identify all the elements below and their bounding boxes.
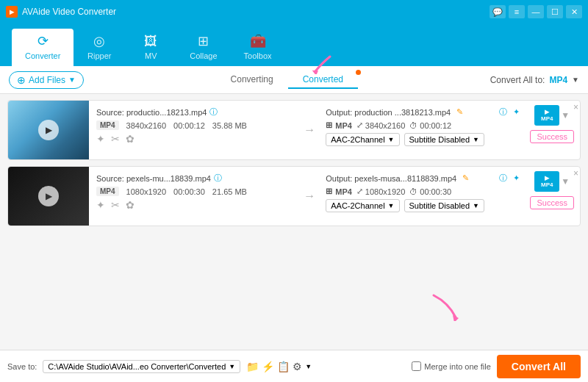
subtitle-dropdown-2[interactable]: Subtitle Disabled ▼ bbox=[404, 199, 484, 212]
play-button-1[interactable]: ▶ bbox=[38, 120, 59, 140]
nav-tab-collage[interactable]: ⊞ Collage bbox=[176, 29, 230, 66]
out-clock-icon-2: ⏱ bbox=[409, 187, 417, 196]
format-badge-1: MP4 bbox=[96, 120, 119, 130]
out-frame-icon-1: ⊞ bbox=[326, 120, 332, 130]
settings-dropdown[interactable]: ▼ bbox=[305, 363, 312, 370]
info-icon-1[interactable]: ⓘ bbox=[209, 107, 218, 118]
output-add-icon-2[interactable]: ✦ bbox=[513, 173, 520, 183]
cut-icon-1[interactable]: ✂ bbox=[111, 133, 120, 145]
output-info-icon-1[interactable]: ⓘ bbox=[499, 107, 507, 118]
nav-tab-ripper[interactable]: ◎ Ripper bbox=[74, 29, 125, 66]
output-add-icon-1[interactable]: ✦ bbox=[513, 107, 520, 117]
output-label-2: Output: pexels-musa...8118839.mp4 bbox=[326, 174, 456, 183]
copy-icon[interactable]: 📋 bbox=[277, 361, 290, 372]
format-badge-2: MP4 bbox=[96, 187, 119, 196]
toolbox-label: Toolbox bbox=[244, 51, 272, 60]
tab-converting[interactable]: Converting bbox=[216, 71, 288, 89]
close-btn-1[interactable]: × bbox=[573, 102, 578, 112]
settings-icon[interactable]: ⚙ bbox=[293, 361, 302, 372]
nav-tab-converter[interactable]: ⟳ Converter bbox=[12, 29, 74, 66]
output-info-icon-2[interactable]: ⓘ bbox=[499, 173, 507, 184]
play-button-2[interactable]: ▶ bbox=[38, 186, 59, 206]
out-resolution-2: 1080x1920 bbox=[365, 187, 405, 196]
mv-label: MV bbox=[145, 51, 157, 60]
merge-label: Merge into one file bbox=[412, 361, 491, 371]
play-icon-2: ▶ bbox=[46, 191, 52, 201]
save-path-select[interactable]: C:\AVAide Studio\AVAid...eo Converter\Co… bbox=[43, 360, 240, 373]
merge-checkbox[interactable] bbox=[412, 361, 421, 371]
resolution-2: 1080x1920 bbox=[126, 187, 166, 196]
file-card-2: ▶ Source: pexels-mu...18839.mp4 ⓘ MP4 10… bbox=[7, 166, 581, 226]
toolbar-tabs: Converting Converted bbox=[90, 71, 484, 89]
window-maximize-btn[interactable]: ☐ bbox=[547, 5, 563, 18]
size-1: 35.88 MB bbox=[212, 121, 247, 130]
bottom-icons: 📁 ⚡ 📋 ⚙ ▼ bbox=[246, 361, 312, 372]
out-res-icon-2: ⤢ bbox=[356, 187, 363, 196]
convert-all-to-label: Convert All to: bbox=[490, 75, 545, 85]
add-files-dropdown-icon[interactable]: ▼ bbox=[68, 76, 76, 84]
save-to-label: Save to: bbox=[7, 362, 37, 371]
card-right-2: × ▶ MP4 ▼ Success bbox=[524, 167, 580, 226]
add-files-label: Add Files bbox=[29, 75, 65, 85]
convert-all-to-format: MP4 bbox=[549, 75, 567, 85]
file-thumb-2: ▶ bbox=[8, 167, 89, 226]
close-btn-2[interactable]: × bbox=[573, 168, 578, 179]
sparkle-icon-2[interactable]: ✦ bbox=[96, 199, 105, 211]
file-info-1: Source: productio...18213.mp4 ⓘ MP4 3840… bbox=[89, 101, 298, 159]
convert-all-dropdown-icon[interactable]: ▼ bbox=[572, 76, 579, 84]
file-card-1: ▶ Source: productio...18213.mp4 ⓘ MP4 38… bbox=[7, 100, 581, 160]
sparkle-icon-1[interactable]: ✦ bbox=[96, 133, 105, 145]
edit-icon-2[interactable]: ✎ bbox=[462, 173, 469, 183]
info-icon-2[interactable]: ⓘ bbox=[214, 173, 222, 184]
out-clock-icon-1: ⏱ bbox=[409, 121, 417, 130]
folder-icon[interactable]: 📁 bbox=[246, 361, 259, 372]
collage-icon: ⊞ bbox=[198, 33, 209, 49]
audio-dropdown-2[interactable]: AAC-2Channel ▼ bbox=[326, 199, 399, 212]
nav-tab-mv[interactable]: 🖼 MV bbox=[125, 29, 176, 66]
app-icon: ▶ bbox=[6, 6, 18, 18]
output-info-1: Output: production ...3818213.mp4 ✎ ⓘ ✦ … bbox=[321, 101, 524, 159]
mv-icon: 🖼 bbox=[144, 34, 157, 49]
window-close-btn[interactable]: ✕ bbox=[566, 5, 582, 18]
cut-icon-2[interactable]: ✂ bbox=[111, 199, 120, 211]
toolbox-icon: 🧰 bbox=[250, 33, 266, 49]
nav-tab-toolbox[interactable]: 🧰 Toolbox bbox=[231, 29, 285, 66]
window-minimize-btn[interactable]: — bbox=[528, 5, 544, 18]
plus-icon: ⊕ bbox=[17, 74, 26, 86]
flash-icon[interactable]: ⚡ bbox=[262, 361, 274, 372]
more-btn-1[interactable]: ▼ bbox=[561, 110, 570, 120]
audio-dropdown-1[interactable]: AAC-2Channel ▼ bbox=[326, 133, 399, 146]
converter-icon: ⟳ bbox=[37, 33, 49, 49]
ripper-icon: ◎ bbox=[93, 33, 105, 49]
out-format-1: MP4 bbox=[335, 121, 352, 130]
nav-bar: ⟳ Converter ◎ Ripper 🖼 MV ⊞ Collage 🧰 To… bbox=[0, 24, 588, 66]
window-controls: 💬 ≡ — ☐ ✕ bbox=[490, 5, 582, 18]
effect-icon-1[interactable]: ✿ bbox=[126, 133, 135, 145]
convert-all-to: Convert All to: MP4 ▼ bbox=[490, 75, 579, 85]
main-content: ▶ Source: productio...18213.mp4 ⓘ MP4 38… bbox=[0, 94, 588, 350]
effect-icon-2[interactable]: ✿ bbox=[126, 199, 135, 211]
out-res-icon-1: ⤢ bbox=[356, 120, 363, 130]
source-label-2: Source: pexels-mu...18839.mp4 bbox=[96, 174, 211, 183]
title-bar: ▶ AVAide Video Converter 💬 ≡ — ☐ ✕ bbox=[0, 0, 588, 24]
out-resolution-1: 3840x2160 bbox=[365, 121, 405, 130]
duration-1: 00:00:12 bbox=[173, 121, 205, 130]
annotation-arrow bbox=[308, 55, 337, 76]
convert-all-button[interactable]: Convert All bbox=[497, 355, 581, 378]
subtitle-dropdown-1[interactable]: Subtitle Disabled ▼ bbox=[404, 133, 484, 146]
card-right-1: × ▶ MP4 ▼ Success bbox=[524, 101, 580, 159]
duration-2: 00:00:30 bbox=[173, 187, 205, 196]
edit-icon-1[interactable]: ✎ bbox=[456, 107, 463, 117]
out-frame-icon-2: ⊞ bbox=[326, 187, 332, 196]
app-title: AVAide Video Converter bbox=[22, 7, 116, 17]
window-chat-btn[interactable]: 💬 bbox=[490, 5, 506, 18]
resolution-1: 3840x2160 bbox=[126, 121, 166, 130]
add-files-button[interactable]: ⊕ Add Files ▼ bbox=[9, 71, 84, 89]
window-menu-btn[interactable]: ≡ bbox=[509, 5, 525, 18]
success-badge-1: Success bbox=[530, 130, 574, 143]
ripper-label: Ripper bbox=[87, 51, 111, 60]
format-thumb-2: ▶ MP4 bbox=[534, 171, 559, 192]
source-label-1: Source: productio...18213.mp4 bbox=[96, 108, 207, 117]
more-btn-2[interactable]: ▼ bbox=[561, 176, 570, 187]
out-duration-2: 00:00:30 bbox=[420, 187, 451, 196]
